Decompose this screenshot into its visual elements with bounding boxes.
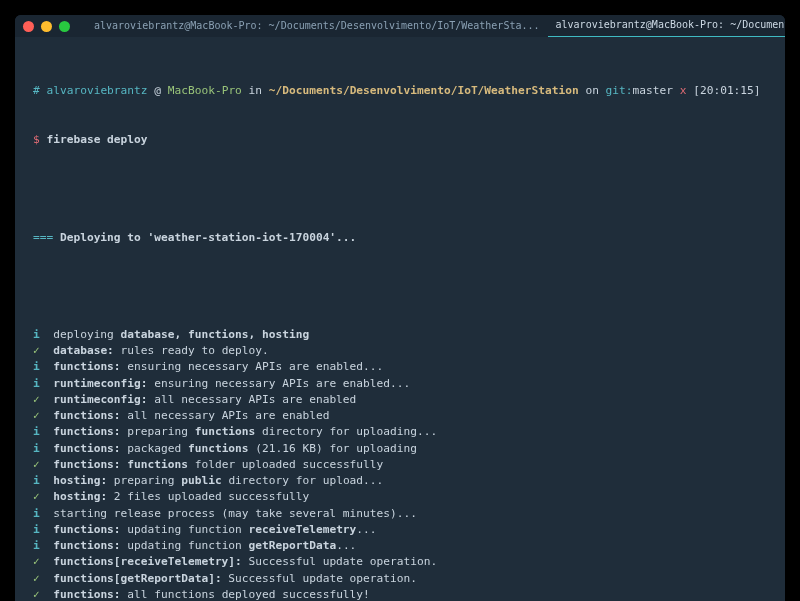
output-label: functions: bbox=[53, 588, 120, 601]
minimize-icon[interactable] bbox=[41, 21, 52, 32]
output-label: functions: bbox=[53, 523, 120, 536]
output-line: ✓ functions[getReportData]: Successful u… bbox=[33, 571, 767, 587]
output-label: public bbox=[181, 474, 221, 487]
output-text bbox=[40, 393, 53, 406]
check-icon: ✓ bbox=[33, 555, 40, 568]
output-text: ... bbox=[336, 539, 356, 552]
close-icon[interactable] bbox=[23, 21, 34, 32]
at: @ bbox=[148, 84, 168, 97]
tab-bar: alvaroviebrantz@MacBook-Pro: ~/Documents… bbox=[86, 15, 785, 37]
output-line: i starting release process (may take sev… bbox=[33, 506, 767, 522]
output-text: packaged bbox=[121, 442, 188, 455]
branch: master bbox=[633, 84, 673, 97]
output-text: all functions deployed successfully! bbox=[121, 588, 370, 601]
info-icon: i bbox=[33, 425, 40, 438]
prompt-symbol: $ bbox=[33, 133, 40, 146]
output-line: i functions: preparing functions directo… bbox=[33, 424, 767, 440]
output-label: runtimeconfig: bbox=[53, 377, 147, 390]
check-icon: ✓ bbox=[33, 490, 40, 503]
output-label: hosting: bbox=[53, 474, 107, 487]
output-text bbox=[40, 588, 53, 601]
info-icon: i bbox=[33, 523, 40, 536]
titlebar: alvaroviebrantz@MacBook-Pro: ~/Documents… bbox=[15, 15, 785, 37]
output-text: all necessary APIs are enabled bbox=[148, 393, 357, 406]
output-text: updating function bbox=[121, 523, 249, 536]
output-line: i deploying database, functions, hosting bbox=[33, 327, 767, 343]
output-line: ✓ functions[receiveTelemetry]: Successfu… bbox=[33, 554, 767, 570]
output-text: 2 files uploaded successfully bbox=[107, 490, 309, 503]
output-text bbox=[40, 458, 53, 471]
terminal-content[interactable]: # alvaroviebrantz @ MacBook-Pro in ~/Doc… bbox=[15, 37, 785, 601]
check-icon: ✓ bbox=[33, 409, 40, 422]
git-dirty: x bbox=[673, 84, 686, 97]
output-label: database, functions, hosting bbox=[121, 328, 310, 341]
output-line: ✓ functions: functions folder uploaded s… bbox=[33, 457, 767, 473]
output-text: folder uploaded successfully bbox=[188, 458, 383, 471]
check-icon: ✓ bbox=[33, 458, 40, 471]
output-label: functions: bbox=[53, 425, 120, 438]
output-text bbox=[40, 425, 53, 438]
username: alvaroviebrantz bbox=[47, 84, 148, 97]
info-icon: i bbox=[33, 360, 40, 373]
check-icon: ✓ bbox=[33, 572, 40, 585]
check-icon: ✓ bbox=[33, 393, 40, 406]
command-line: $ firebase deploy bbox=[33, 132, 767, 148]
output-text: all necessary APIs are enabled bbox=[121, 409, 330, 422]
output-text bbox=[40, 344, 53, 357]
output-text: preparing bbox=[107, 474, 181, 487]
output-text bbox=[40, 474, 53, 487]
output-line: i functions: ensuring necessary APIs are… bbox=[33, 359, 767, 375]
output-line: i hosting: preparing public directory fo… bbox=[33, 473, 767, 489]
zoom-icon[interactable] bbox=[59, 21, 70, 32]
hostname: MacBook-Pro bbox=[168, 84, 242, 97]
output-label: functions bbox=[188, 442, 249, 455]
output-text: rules ready to deploy. bbox=[114, 344, 269, 357]
info-icon: i bbox=[33, 474, 40, 487]
tab-1[interactable]: alvaroviebrantz@MacBook-Pro: ~/Documents… bbox=[86, 15, 548, 37]
output-label: functions: bbox=[53, 458, 120, 471]
output-text: starting release process (may take sever… bbox=[40, 507, 417, 520]
output-text: ensuring necessary APIs are enabled... bbox=[121, 360, 384, 373]
output-text bbox=[40, 442, 53, 455]
output-label: functions: bbox=[53, 360, 120, 373]
output-label: functions: bbox=[53, 539, 120, 552]
output-text bbox=[40, 377, 53, 390]
output-label: functions: bbox=[53, 442, 120, 455]
info-icon: i bbox=[33, 507, 40, 520]
output-line: i functions: updating function getReport… bbox=[33, 538, 767, 554]
output-text: ... bbox=[356, 523, 376, 536]
prompt-line: # alvaroviebrantz @ MacBook-Pro in ~/Doc… bbox=[33, 83, 767, 99]
output-text: directory for uploading... bbox=[255, 425, 437, 438]
cwd: ~/Documents/Desenvolvimento/IoT/WeatherS… bbox=[269, 84, 579, 97]
tab-2[interactable]: alvaroviebrantz@MacBook-Pro: ~/Documents… bbox=[548, 15, 785, 37]
output-label: getReportData bbox=[249, 539, 337, 552]
output-text: ensuring necessary APIs are enabled... bbox=[148, 377, 411, 390]
output-text: Successful update operation. bbox=[242, 555, 437, 568]
output-text: deploying bbox=[40, 328, 121, 341]
eq-prefix: === bbox=[33, 231, 60, 244]
in: in bbox=[242, 84, 269, 97]
info-icon: i bbox=[33, 539, 40, 552]
output-label: functions: bbox=[53, 409, 120, 422]
output-label: functions[getReportData]: bbox=[53, 572, 221, 585]
output-label: database: bbox=[53, 344, 114, 357]
info-icon: i bbox=[33, 442, 40, 455]
output-text bbox=[40, 409, 53, 422]
output-text bbox=[40, 360, 53, 373]
output-label: functions[receiveTelemetry]: bbox=[53, 555, 242, 568]
output-label: functions bbox=[127, 458, 188, 471]
output-text bbox=[40, 572, 53, 585]
blank bbox=[33, 181, 767, 197]
output-text bbox=[40, 490, 53, 503]
window-controls bbox=[23, 21, 70, 32]
output-line: ✓ functions: all functions deployed succ… bbox=[33, 587, 767, 601]
output-line: ✓ hosting: 2 files uploaded successfully bbox=[33, 489, 767, 505]
output-label: hosting: bbox=[53, 490, 107, 503]
output-line: i functions: packaged functions (21.16 K… bbox=[33, 441, 767, 457]
output-text bbox=[40, 523, 53, 536]
output-line: i runtimeconfig: ensuring necessary APIs… bbox=[33, 376, 767, 392]
output-text bbox=[40, 555, 53, 568]
info-icon: i bbox=[33, 328, 40, 341]
deploying-header: === Deploying to 'weather-station-iot-17… bbox=[33, 230, 767, 246]
blank bbox=[33, 278, 767, 294]
